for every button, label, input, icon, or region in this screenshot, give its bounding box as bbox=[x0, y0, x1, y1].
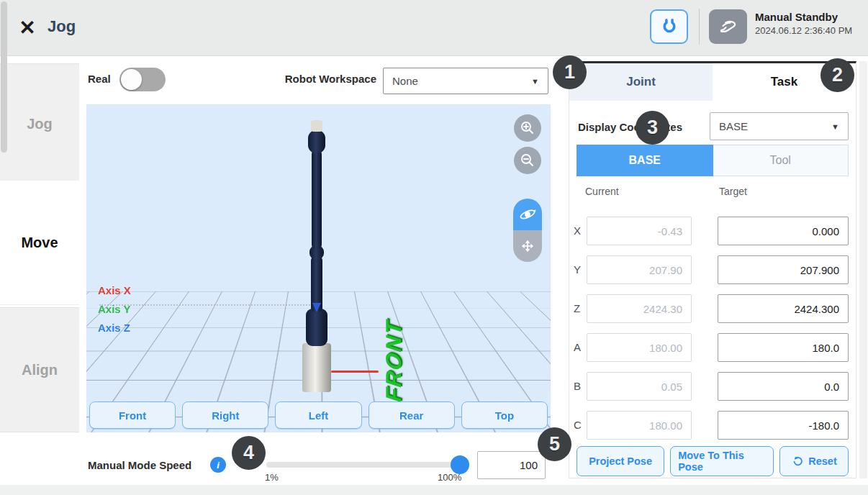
target-input-a[interactable] bbox=[718, 333, 849, 362]
current-value-x: -0.43 bbox=[587, 217, 692, 245]
robot-head-joint bbox=[308, 130, 325, 153]
axis-letter: Y bbox=[574, 263, 584, 276]
reset-circular-arrow-icon bbox=[791, 455, 804, 468]
display-coordinates-dropdown[interactable]: BASE ▼ bbox=[710, 112, 849, 140]
target-input-x[interactable] bbox=[718, 217, 849, 245]
view-front-button[interactable]: Front bbox=[89, 401, 176, 429]
chevron-down-icon: ▼ bbox=[531, 77, 539, 86]
close-icon[interactable]: ✕ bbox=[14, 16, 40, 42]
axis-letter: B bbox=[574, 380, 584, 392]
robot-base bbox=[302, 343, 331, 392]
pan-arrows-icon bbox=[519, 237, 536, 255]
view-mode-toggle bbox=[513, 199, 542, 262]
robot-tool-tip bbox=[311, 120, 322, 132]
workspace-dotted-line bbox=[99, 304, 315, 348]
display-coordinates-value: BASE bbox=[719, 120, 831, 132]
tab-label: Joint bbox=[626, 75, 656, 89]
speed-min-label: 1% bbox=[265, 472, 279, 483]
robot-x-axis-line bbox=[331, 371, 379, 373]
robot-upper-arm bbox=[312, 149, 322, 250]
magnifier-plus-icon bbox=[519, 119, 536, 137]
robot-workspace-value: None bbox=[392, 75, 531, 87]
tab-label: Task bbox=[771, 75, 798, 89]
view-right-button[interactable]: Right bbox=[182, 401, 268, 429]
status-timestamp: 2024.06.12 2:36:40 PM bbox=[755, 25, 852, 36]
robot-elbow bbox=[309, 245, 324, 260]
view-top-button[interactable]: Top bbox=[461, 401, 548, 429]
reset-button[interactable]: Reset bbox=[779, 446, 849, 476]
current-column-header: Current bbox=[585, 186, 619, 197]
annotation-badge-4: 4 bbox=[232, 436, 266, 470]
rotate-view-button[interactable] bbox=[513, 199, 542, 230]
toggle-knob bbox=[121, 69, 142, 90]
sidebar-item-label: Move bbox=[21, 235, 58, 251]
magnifier-minus-icon bbox=[519, 152, 536, 169]
main-area: Real Robot Workspace None ▼ Axis X Axis … bbox=[79, 56, 569, 485]
axis-letter: X bbox=[574, 224, 584, 237]
axis-z-label: Axis Z bbox=[98, 319, 131, 337]
robot-status: Manual Standby 2024.06.12 2:36:40 PM bbox=[755, 11, 852, 36]
robot-z-arrow bbox=[312, 303, 321, 312]
sidebar-item-jog[interactable]: Jog bbox=[0, 63, 79, 184]
view-rear-button[interactable]: Rear bbox=[369, 401, 455, 429]
panel-tabs: Joint Task bbox=[569, 63, 856, 101]
left-sidebar: Jog Move Align bbox=[0, 56, 79, 485]
robot-workspace-dropdown[interactable]: None ▼ bbox=[383, 68, 548, 94]
pan-view-button[interactable] bbox=[513, 230, 542, 262]
coordinates-panel: Joint Task Display Coordinates BASE ▼ BA… bbox=[569, 61, 856, 478]
speed-slider-track[interactable] bbox=[266, 462, 469, 468]
view-buttons-row: Front Right Left Rear Top bbox=[89, 401, 548, 429]
annotation-badge-3: 3 bbox=[636, 111, 669, 145]
current-value-b: 0.05 bbox=[587, 372, 692, 401]
speed-value-input[interactable] bbox=[477, 451, 546, 479]
servo-gripper-button[interactable] bbox=[650, 9, 688, 44]
robot-forearm bbox=[311, 256, 322, 312]
axis-letter: Z bbox=[574, 302, 584, 314]
topbar-divider bbox=[699, 9, 700, 45]
current-value-c: 180.00 bbox=[587, 411, 692, 440]
axis-x-label: Axis X bbox=[98, 281, 131, 300]
frame-segment-control: BASE Tool bbox=[577, 145, 849, 176]
axis-letter: A bbox=[574, 341, 584, 353]
robot-model: FRONT bbox=[86, 104, 551, 432]
current-value-a: 180.00 bbox=[587, 333, 692, 362]
current-value-z: 2424.30 bbox=[587, 294, 692, 323]
axis-letter: C bbox=[574, 419, 584, 431]
sidebar-item-align[interactable]: Align bbox=[0, 307, 79, 432]
pose-actions-row: Project Pose Move To This Pose Reset bbox=[577, 446, 849, 476]
manual-mode-speed-label: Manual Mode Speed bbox=[88, 459, 191, 471]
annotation-badge-1: 1 bbox=[553, 55, 587, 89]
target-input-b[interactable] bbox=[718, 372, 849, 401]
annotation-badge-5: 5 bbox=[538, 427, 571, 461]
frame-base-button[interactable]: BASE bbox=[577, 145, 713, 176]
orbit-rotate-icon bbox=[518, 205, 537, 224]
chevron-down-icon: ▼ bbox=[831, 122, 839, 131]
top-bar: ✕ Jog Manual Standby 2024.06.12 2:36:40 … bbox=[0, 0, 868, 56]
panel-scrollbar-track[interactable] bbox=[859, 61, 867, 478]
real-toggle[interactable] bbox=[119, 68, 166, 91]
project-pose-button[interactable]: Project Pose bbox=[577, 446, 664, 476]
tab-joint[interactable]: Joint bbox=[569, 63, 713, 101]
panel-scrollbar-thumb[interactable] bbox=[1, 1, 7, 153]
jog-screen: ✕ Jog Manual Standby 2024.06.12 2:36:40 … bbox=[0, 0, 868, 495]
robot-3d-viewport[interactable]: Axis X Axis Y Axis Z FRONT bbox=[86, 104, 551, 432]
annotation-badge-2: 2 bbox=[820, 58, 854, 92]
speed-max-label: 100% bbox=[438, 472, 461, 483]
current-value-y: 207.90 bbox=[587, 255, 692, 284]
target-input-z[interactable] bbox=[718, 294, 849, 323]
axis-legend: Axis X Axis Y Axis Z bbox=[98, 281, 131, 337]
frame-tool-button[interactable]: Tool bbox=[713, 145, 849, 176]
target-input-c[interactable] bbox=[718, 411, 849, 440]
move-to-this-pose-button[interactable]: Move To This Pose bbox=[670, 446, 774, 476]
real-toggle-label: Real bbox=[88, 73, 111, 85]
sidebar-item-move[interactable]: Move bbox=[0, 180, 79, 305]
zoom-in-button[interactable] bbox=[514, 114, 541, 142]
view-left-button[interactable]: Left bbox=[275, 401, 361, 429]
manual-mode-indicator[interactable] bbox=[709, 9, 747, 44]
target-input-y[interactable] bbox=[718, 255, 849, 284]
gripper-icon bbox=[659, 17, 679, 37]
axis-y-label: Axis Y bbox=[98, 300, 131, 319]
zoom-out-button[interactable] bbox=[514, 147, 541, 174]
bottom-strip bbox=[0, 485, 868, 495]
info-icon[interactable]: i bbox=[210, 457, 226, 473]
